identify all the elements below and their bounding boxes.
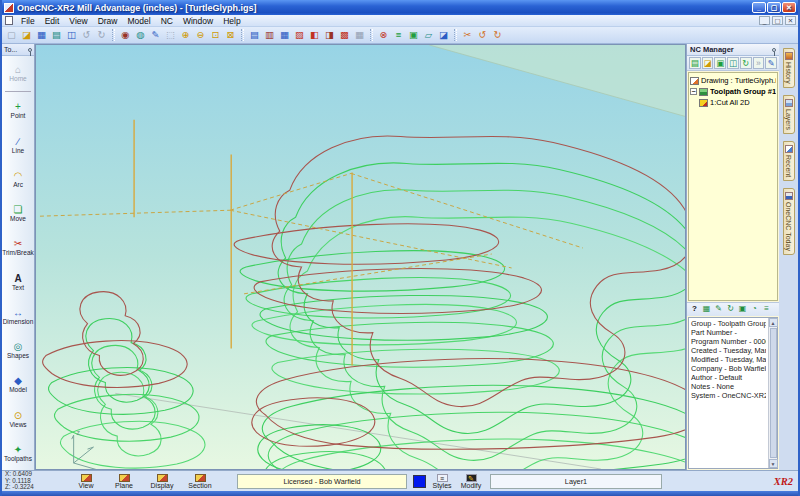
translate-icon[interactable]: ▱ bbox=[421, 28, 436, 42]
nc-find-icon[interactable]: ✎ bbox=[765, 57, 777, 69]
preview-icon[interactable]: ◫ bbox=[64, 28, 79, 42]
edit-operation-icon[interactable]: ✎ bbox=[713, 304, 724, 315]
scroll-up-icon[interactable]: ▲ bbox=[769, 318, 778, 327]
nc-machine-all-icon[interactable]: » bbox=[753, 57, 765, 69]
menu-view[interactable]: View bbox=[64, 16, 92, 26]
zoom-window-icon[interactable]: ⊡ bbox=[208, 28, 223, 42]
maximize-button[interactable]: ▢ bbox=[767, 2, 781, 13]
redo-icon[interactable]: ↻ bbox=[94, 28, 109, 42]
properties-icon[interactable]: ≡ bbox=[761, 304, 772, 315]
viewport-2-icon[interactable]: ◨ bbox=[322, 28, 337, 42]
statistics-icon[interactable]: ▣ bbox=[737, 304, 748, 315]
tab-history[interactable]: History bbox=[783, 48, 795, 88]
modify-button[interactable]: ✎ Modify bbox=[458, 474, 484, 489]
erase-icon[interactable]: ✂ bbox=[460, 28, 475, 42]
view-side-icon[interactable]: ▦ bbox=[277, 28, 292, 42]
view-button[interactable]: View bbox=[67, 474, 105, 489]
scroll-down-icon[interactable]: ▼ bbox=[769, 459, 778, 468]
toolbar-grip[interactable] bbox=[241, 29, 244, 41]
sidebar-item-shapes[interactable]: ◎ Shapes bbox=[2, 333, 34, 367]
shade-icon[interactable]: ◍ bbox=[133, 28, 148, 42]
rotate-right-icon[interactable]: ↻ bbox=[490, 28, 505, 42]
view-iso-icon[interactable]: ▨ bbox=[292, 28, 307, 42]
viewport-1-icon[interactable]: ◧ bbox=[307, 28, 322, 42]
nc-new-group-icon[interactable]: ▣ bbox=[714, 57, 726, 69]
tree-item-toolpath-group[interactable]: − Toolpath Group #1 bbox=[690, 86, 776, 97]
menu-file[interactable]: File bbox=[16, 16, 40, 26]
view-top-icon[interactable]: ▤ bbox=[247, 28, 262, 42]
mdi-restore-button[interactable]: ▢ bbox=[772, 16, 783, 25]
pen-icon[interactable]: ✎ bbox=[148, 28, 163, 42]
nc-open-icon[interactable]: ◪ bbox=[702, 57, 714, 69]
close-button[interactable]: ✕ bbox=[782, 2, 796, 13]
verify-toolpath-icon[interactable]: ▦ bbox=[701, 304, 712, 315]
post-process-icon[interactable]: ↻ bbox=[725, 304, 736, 315]
zoom-extents-icon[interactable]: ⊠ bbox=[223, 28, 238, 42]
sidebar-item-line[interactable]: ∕ Line bbox=[2, 128, 34, 162]
new-icon[interactable]: ▢ bbox=[4, 28, 19, 42]
cycle-time-icon[interactable]: ◔ bbox=[749, 304, 760, 315]
delete-icon[interactable]: ⊗ bbox=[376, 28, 391, 42]
document-icon[interactable] bbox=[5, 16, 13, 25]
sidebar-item-arc[interactable]: ◠ Arc bbox=[2, 162, 34, 196]
tab-layers[interactable]: Layers bbox=[783, 95, 795, 134]
menu-help[interactable]: Help bbox=[218, 16, 245, 26]
job-info-panel: Group - Toolpath Group #1 Part Number - … bbox=[688, 317, 778, 469]
zoom-out-icon[interactable]: ⊖ bbox=[193, 28, 208, 42]
menu-draw[interactable]: Draw bbox=[93, 16, 123, 26]
active-layer[interactable]: Layer1 bbox=[490, 474, 662, 489]
viewport-grid-icon[interactable]: ▦ bbox=[352, 28, 367, 42]
help-icon[interactable]: ? bbox=[689, 304, 700, 315]
tab-recent[interactable]: Recent bbox=[783, 141, 795, 181]
viewport-4-icon[interactable]: ▩ bbox=[337, 28, 352, 42]
open-icon[interactable]: ◪ bbox=[19, 28, 34, 42]
print-icon[interactable]: ▤ bbox=[49, 28, 64, 42]
menu-edit[interactable]: Edit bbox=[40, 16, 65, 26]
toolbar-grip[interactable] bbox=[112, 29, 115, 41]
section-button[interactable]: Section bbox=[181, 474, 219, 489]
zoom-in-icon[interactable]: ⊕ bbox=[178, 28, 193, 42]
sidebar-item-trim-break[interactable]: ✂ Trim/Break bbox=[2, 230, 34, 264]
undo-icon[interactable]: ↺ bbox=[79, 28, 94, 42]
save-icon[interactable]: ▦ bbox=[34, 28, 49, 42]
sidebar-item-model[interactable]: ◆ Model bbox=[2, 367, 34, 401]
menu-model[interactable]: Model bbox=[122, 16, 155, 26]
tree-item-drawing[interactable]: Drawing : TurtleGlyph.igs bbox=[690, 75, 776, 86]
sidebar-item-views[interactable]: ⊙ Views bbox=[2, 402, 34, 436]
redraw-icon[interactable]: ◉ bbox=[118, 28, 133, 42]
styles-button[interactable]: ≡ Styles bbox=[429, 474, 455, 489]
minimize-button[interactable]: _ bbox=[752, 2, 766, 13]
active-color-swatch[interactable] bbox=[413, 475, 426, 488]
tree-item-operation[interactable]: 1:Cut All 2D bbox=[690, 97, 776, 108]
mdi-minimize-button[interactable]: _ bbox=[759, 16, 770, 25]
menu-window[interactable]: Window bbox=[178, 16, 218, 26]
toolbar-grip[interactable] bbox=[370, 29, 373, 41]
collapse-icon[interactable]: − bbox=[690, 88, 697, 95]
verify-icon[interactable]: ▣ bbox=[406, 28, 421, 42]
viewport-canvas[interactable]: z bbox=[35, 44, 686, 470]
material-icon[interactable]: ◪ bbox=[436, 28, 451, 42]
scroll-thumb[interactable] bbox=[770, 328, 777, 458]
sidebar-item-toolpaths[interactable]: ✦ Toolpaths bbox=[2, 436, 34, 470]
layers-icon[interactable]: ≡ bbox=[391, 28, 406, 42]
nc-regenerate-icon[interactable]: ↻ bbox=[740, 57, 752, 69]
info-scrollbar[interactable]: ▲ ▼ bbox=[768, 318, 777, 468]
display-button[interactable]: Display bbox=[143, 474, 181, 489]
sidebar-item-move[interactable]: ❏ Move bbox=[2, 196, 34, 230]
view-front-icon[interactable]: ▥ bbox=[262, 28, 277, 42]
menu-nc[interactable]: NC bbox=[156, 16, 178, 26]
toolbar-grip[interactable] bbox=[454, 29, 457, 41]
sidebar-item-dimension[interactable]: ↔ Dimension bbox=[2, 299, 34, 333]
sidebar-item-home[interactable]: ⌂ Home bbox=[2, 56, 34, 90]
nc-copy-icon[interactable]: ◫ bbox=[727, 57, 739, 69]
pin-icon[interactable] bbox=[28, 48, 32, 52]
sidebar-item-text[interactable]: A Text bbox=[2, 265, 34, 299]
mdi-close-button[interactable]: ✕ bbox=[785, 16, 796, 25]
sidebar-item-point[interactable]: + Point bbox=[2, 93, 34, 127]
plane-button[interactable]: Plane bbox=[105, 474, 143, 489]
pin-icon[interactable] bbox=[772, 48, 776, 52]
nc-save-icon[interactable]: ▤ bbox=[689, 57, 701, 69]
rotate-left-icon[interactable]: ↺ bbox=[475, 28, 490, 42]
tab-onecnc-today[interactable]: OneCNC Today bbox=[783, 188, 795, 255]
select-window-icon[interactable]: ⬚ bbox=[163, 28, 178, 42]
